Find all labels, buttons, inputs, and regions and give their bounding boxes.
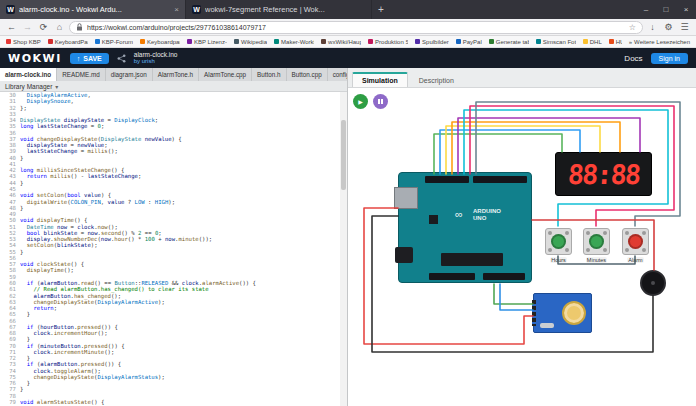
bookmarks-bar: Shop KBPKeyboardPartner VidsKBP-ForumKey… — [0, 36, 696, 48]
back-icon[interactable]: ← — [5, 22, 18, 32]
bookmark-item[interactable]: PayPal — [456, 39, 482, 45]
bookmark-label: wxWiki/Hauptplatinen — [328, 39, 361, 45]
rtc-module[interactable] — [533, 293, 592, 333]
bookmark-item[interactable]: Spulbilder — [415, 39, 449, 45]
sim-canvas[interactable]: ▶ ∞ ARDUINO UNO 88:88 — [348, 88, 696, 406]
refresh-icon[interactable]: ⟳ — [37, 22, 50, 32]
bookmark-label: DHL — [590, 39, 602, 45]
pushbutton-label: Hours — [550, 257, 567, 263]
file-tab[interactable]: AlarmTone.h — [153, 68, 199, 81]
wokwi-logo[interactable]: WOKWI — [8, 52, 62, 65]
docs-link[interactable]: Docs — [624, 54, 642, 63]
board-model-text: UNO — [473, 215, 501, 222]
menu-icon[interactable]: ☰ — [678, 22, 691, 32]
browser-tab[interactable]: Wwokwi-7segment Reference | Wok... — [186, 0, 372, 19]
bookmark-star-icon[interactable]: ☆ — [629, 23, 636, 32]
bookmark-favicon — [95, 39, 100, 44]
pushbutton-label: Minutes — [586, 257, 607, 263]
bookmark-label: KBP-Forum — [102, 39, 133, 45]
bookmark-item[interactable]: wxWiki/Hauptplatinen — [321, 39, 361, 45]
forward-icon[interactable]: → — [21, 22, 34, 32]
pushbutton[interactable]: Minutes — [583, 228, 610, 263]
simulation-pane: SimulationDescription ▶ ∞ ARDUINO UNO — [348, 68, 696, 406]
pushbutton[interactable]: Alarm — [622, 228, 649, 263]
bookmark-item[interactable]: HUZ — [609, 39, 622, 45]
file-tab[interactable]: diagram.json — [106, 68, 153, 81]
url-bar[interactable]: https://wokwi.com/arduino/projects/29776… — [69, 21, 643, 34]
bookmark-label: Keyboardpartner Shop — [147, 39, 180, 45]
wire[interactable] — [494, 284, 533, 304]
bookmark-item[interactable]: Generate tables in Ma... — [489, 39, 529, 45]
tab-description[interactable]: Description — [410, 74, 463, 87]
bookmarks-list: Shop KBPKeyboardPartner VidsKBP-ForumKey… — [6, 36, 622, 47]
file-tab[interactable]: Button.cpp — [287, 68, 328, 81]
editor-code[interactable]: DisplayAlarmActive, DisplaySnooze,};Disp… — [20, 92, 347, 406]
bookmark-item[interactable]: KeyboardPartner Vids — [48, 39, 88, 45]
bookmark-item[interactable]: Shop KBP — [6, 39, 41, 45]
file-tab[interactable]: README.md — [57, 68, 105, 81]
bookmark-item[interactable]: Wikipedia — [234, 39, 267, 45]
bookmark-item[interactable]: KBP Lizenz-Manager — [187, 39, 227, 45]
arduino-uno-board[interactable]: ∞ ARDUINO UNO — [398, 172, 532, 283]
extensions-icon[interactable]: ⚙ — [662, 22, 675, 32]
buzzer[interactable] — [640, 270, 666, 296]
save-button[interactable]: ↑ SAVE — [70, 53, 109, 64]
pushbutton-pin — [642, 231, 646, 235]
board-name: ARDUINO UNO — [473, 208, 501, 222]
usb-chip — [429, 215, 438, 224]
pin-header[interactable] — [473, 176, 527, 183]
seven-segment-display[interactable]: 88:88 — [555, 152, 652, 196]
bookmark-item[interactable]: Keyboardpartner Shop — [140, 39, 180, 45]
bookmark-item[interactable]: DHL — [583, 39, 602, 45]
pin-header[interactable] — [429, 273, 475, 280]
coin-battery — [562, 301, 586, 325]
maximize-button[interactable]: □ — [656, 0, 676, 19]
tab-simulation[interactable]: Simulation — [352, 72, 408, 87]
close-window-button[interactable]: × — [676, 0, 696, 19]
file-tab[interactable]: alarm-clock.ino — [0, 68, 57, 81]
sim-controls: ▶ — [353, 94, 388, 109]
pushbutton-cap[interactable] — [589, 234, 604, 249]
browser-tab[interactable]: Walarm-clock.ino - Wokwi Ardu...× — [0, 0, 186, 19]
pushbutton-label: Alarm — [627, 257, 643, 263]
bookmark-item[interactable]: Simscan Fotolambach — [536, 39, 576, 45]
pushbutton-cap[interactable] — [628, 234, 643, 249]
home-icon[interactable]: ⌂ — [53, 22, 66, 32]
buzzer-hole — [651, 281, 655, 285]
bookmark-item[interactable]: Produktion Slider — [368, 39, 408, 45]
minimize-button[interactable]: – — [636, 0, 656, 19]
pushbutton-pin — [548, 248, 552, 252]
file-tab[interactable]: AlarmTone.cpp — [199, 68, 252, 81]
arduino-logo-icon: ∞ — [455, 209, 463, 220]
pushbutton-cap[interactable] — [551, 234, 566, 249]
download-icon[interactable]: ↓ — [646, 22, 659, 32]
play-button[interactable]: ▶ — [353, 94, 368, 109]
sign-in-button[interactable]: Sign in — [651, 53, 688, 64]
project-author-link[interactable]: by urish — [134, 58, 178, 65]
bookmark-favicon — [489, 39, 494, 44]
tab-close-icon[interactable]: × — [174, 5, 179, 14]
pin-header[interactable] — [483, 273, 525, 280]
editor-scrollbar-thumb[interactable] — [341, 120, 346, 190]
wire[interactable] — [500, 284, 533, 310]
bookmark-item[interactable]: KBP-Forum — [95, 39, 133, 45]
new-tab-button[interactable]: + — [372, 0, 390, 19]
bookmark-item[interactable]: Maker-Workflow - Con... — [274, 39, 314, 45]
chevron-down-icon: ▾ — [55, 83, 58, 90]
file-tab[interactable]: config.h — [328, 68, 347, 81]
bookmark-label: Produktion Slider — [375, 39, 408, 45]
pushbutton[interactable]: Hours — [545, 228, 572, 263]
bookmark-favicon — [187, 39, 192, 44]
share-icon[interactable] — [117, 54, 126, 63]
editor-scrollbar[interactable] — [340, 92, 347, 406]
file-tab[interactable]: Button.h — [252, 68, 286, 81]
wire[interactable] — [434, 134, 562, 174]
pin-header[interactable] — [425, 176, 469, 183]
upload-arrow-icon: ↑ — [77, 55, 81, 62]
pause-button[interactable] — [373, 94, 388, 109]
library-manager-button[interactable]: Library Manager ▾ — [0, 81, 347, 92]
wokwi-favicon: W — [6, 5, 15, 14]
play-icon: ▶ — [358, 98, 363, 105]
code-editor[interactable]: 3031323334353637383940414243444546474849… — [0, 92, 347, 406]
other-bookmarks-button[interactable]: » Weitere Lesezeichen — [629, 39, 690, 45]
